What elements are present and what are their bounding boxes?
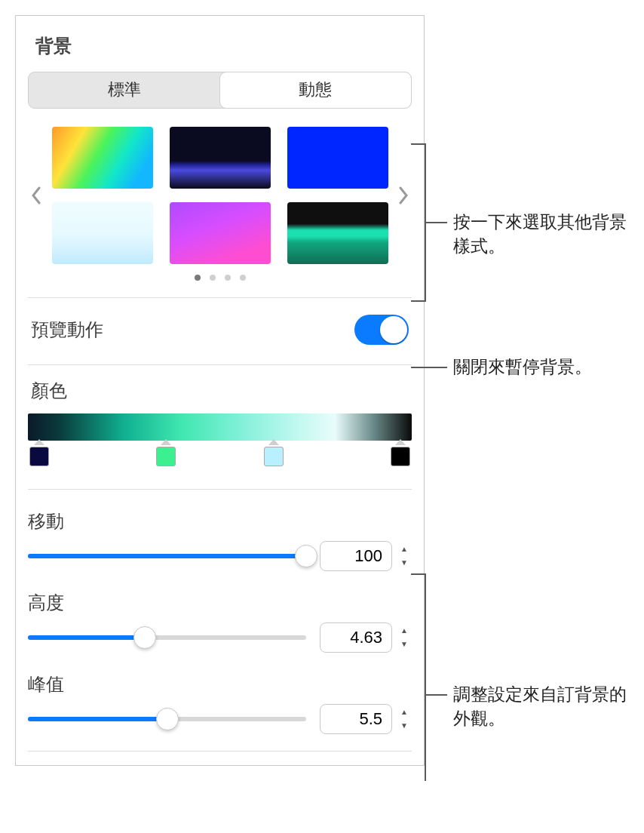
divider	[28, 364, 412, 365]
callout-customize: 調整設定來自訂背景的外觀。	[453, 682, 629, 730]
height-step-up[interactable]: ▲	[397, 625, 412, 637]
style-thumb[interactable]	[287, 202, 388, 264]
callouts: 按一下來選取其他背景樣式。 關閉來暫停背景。 調整設定來自訂背景的外觀。	[425, 15, 629, 766]
style-thumb[interactable]	[52, 127, 153, 189]
background-panel: 背景 標準 動態	[15, 15, 425, 766]
color-swatch	[391, 447, 410, 466]
color-stop[interactable]	[263, 445, 284, 468]
page-dot[interactable]	[210, 275, 216, 281]
divider	[28, 489, 412, 490]
color-swatch	[264, 447, 284, 466]
color-stop[interactable]	[29, 445, 50, 468]
peak-value-field[interactable]	[320, 704, 392, 734]
divider	[28, 751, 412, 752]
tab-dynamic[interactable]: 動態	[220, 72, 412, 108]
page-dot[interactable]	[225, 275, 231, 281]
height-value-field[interactable]	[320, 622, 392, 653]
height-label: 高度	[28, 591, 412, 615]
gallery-prev-button[interactable]	[28, 180, 44, 211]
peak-label: 峰值	[28, 672, 412, 696]
style-thumb[interactable]	[170, 202, 271, 264]
peak-step-up[interactable]: ▲	[397, 706, 412, 718]
gallery-next-button[interactable]	[395, 180, 412, 211]
color-stops	[28, 445, 412, 472]
callout-select-style: 按一下來選取其他背景樣式。	[453, 210, 629, 258]
height-slider[interactable]	[28, 635, 306, 640]
color-label: 顏色	[31, 379, 412, 403]
color-swatch	[29, 447, 49, 466]
color-gradient-bar[interactable]	[28, 413, 412, 441]
toggle-knob	[380, 316, 407, 343]
move-value-field[interactable]	[320, 541, 392, 571]
section-title: 背景	[35, 34, 412, 58]
preview-action-label: 預覽動作	[31, 318, 103, 342]
slider-thumb[interactable]	[295, 545, 317, 567]
page-dot[interactable]	[195, 275, 201, 281]
divider	[28, 297, 412, 298]
gallery-page-dots	[28, 275, 412, 281]
callout-pause-toggle: 關閉來暫停背景。	[453, 355, 592, 379]
tab-standard[interactable]: 標準	[29, 72, 220, 108]
color-stop[interactable]	[155, 445, 176, 468]
style-thumb[interactable]	[170, 127, 271, 189]
style-thumb[interactable]	[287, 127, 388, 189]
slider-thumb[interactable]	[133, 626, 156, 649]
move-step-down[interactable]: ▼	[397, 557, 412, 569]
slider-thumb[interactable]	[156, 708, 179, 730]
height-step-down[interactable]: ▼	[397, 638, 412, 650]
peak-step-down[interactable]: ▼	[397, 720, 412, 732]
color-stop[interactable]	[390, 445, 411, 468]
background-mode-segmented[interactable]: 標準 動態	[28, 72, 412, 109]
move-slider[interactable]	[28, 554, 306, 558]
style-thumb[interactable]	[52, 202, 153, 264]
preview-action-toggle[interactable]	[354, 315, 409, 345]
move-label: 移動	[28, 509, 412, 533]
peak-slider[interactable]	[28, 717, 306, 721]
page-dot[interactable]	[240, 275, 246, 281]
color-swatch	[156, 447, 176, 466]
style-thumbnails	[52, 127, 388, 264]
move-step-up[interactable]: ▲	[397, 543, 412, 555]
